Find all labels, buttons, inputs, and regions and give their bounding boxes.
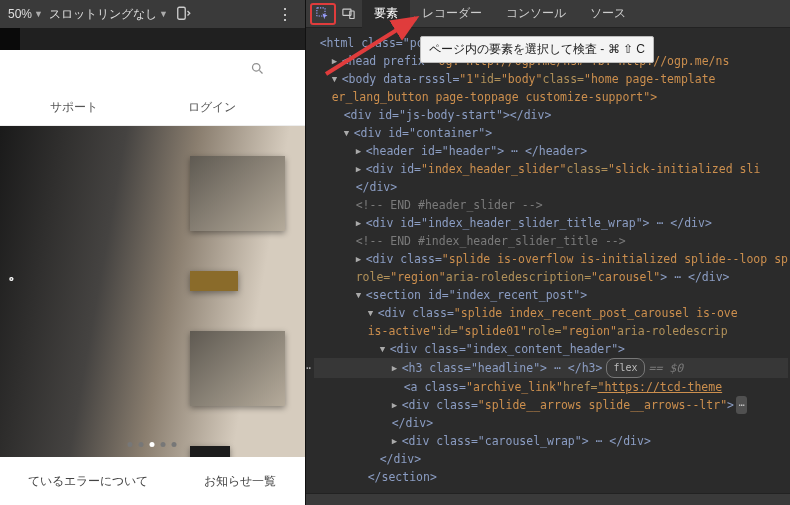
toggle-icon[interactable] xyxy=(368,304,378,322)
toggle-icon[interactable] xyxy=(332,52,342,70)
dom-line[interactable]: <div id="index_header_slider" class="sli… xyxy=(314,160,788,178)
dom-line[interactable]: <div id="js-body-start"></div> xyxy=(314,106,788,124)
dom-line[interactable]: <div class="splide index_recent_post_car… xyxy=(314,304,788,322)
dom-line[interactable]: </section> xyxy=(314,468,788,486)
throttling-dropdown[interactable]: スロットリングなし ▼ xyxy=(49,6,168,23)
toggle-icon[interactable] xyxy=(392,396,402,414)
dom-line[interactable]: <!-- END #index_header_slider_title --> xyxy=(314,232,788,250)
inspect-tooltip: ページ内の要素を選択して検査 - ⌘ ⇧ C xyxy=(420,36,654,63)
bottom-link-right[interactable]: お知らせ一覧 xyxy=(204,473,276,490)
dom-line[interactable]: <div class="splide__arrows splide__arrow… xyxy=(314,396,788,414)
devtools-tabs: 要素 レコーダー コンソール ソース xyxy=(306,0,790,28)
device-toolbar: 50% ▼ スロットリングなし ▼ ⋮ xyxy=(0,0,305,28)
toggle-icon[interactable] xyxy=(356,214,366,232)
device-frame-bar xyxy=(0,28,305,50)
preview-bottom-links: ているエラーについて お知らせ一覧 xyxy=(0,457,305,505)
dom-line[interactable]: <div id="index_header_slider_title_wrap"… xyxy=(314,214,788,232)
thumb xyxy=(190,331,285,406)
search-icon[interactable] xyxy=(250,61,265,79)
inspect-element-button[interactable] xyxy=(310,3,336,25)
dom-line[interactable]: <a class="archive_link" href="https://tc… xyxy=(314,378,788,396)
line-actions-icon[interactable]: ⋯ xyxy=(306,359,311,377)
throttling-value: スロットリングなし xyxy=(49,6,157,23)
toggle-icon[interactable] xyxy=(356,142,366,160)
hero-caption: 。 xyxy=(8,264,24,285)
svg-line-3 xyxy=(259,70,262,73)
dom-line[interactable]: <header id="header"> ⋯ </header> xyxy=(314,142,788,160)
nav-support[interactable]: サポート xyxy=(50,99,98,116)
chevron-down-icon: ▼ xyxy=(34,9,43,19)
dom-line[interactable]: <div id="container"> xyxy=(314,124,788,142)
more-menu-button[interactable]: ⋮ xyxy=(273,5,297,24)
nav-login[interactable]: ログイン xyxy=(188,99,236,116)
dom-line[interactable]: </div> xyxy=(314,450,788,468)
dom-line[interactable]: <div class="carousel_wrap"> ⋯ </div> xyxy=(314,432,788,450)
rotate-device-button[interactable] xyxy=(174,5,192,23)
dom-line[interactable]: </div> xyxy=(314,414,788,432)
dom-line[interactable]: er_lang_button page-toppage customize-su… xyxy=(314,88,788,106)
zoom-value: 50% xyxy=(8,7,32,21)
dom-line[interactable]: is-active" id="splide01" role="region" a… xyxy=(314,322,788,340)
chevron-down-icon: ▼ xyxy=(159,9,168,19)
dom-line[interactable]: role="region" aria-roledescription="caro… xyxy=(314,268,788,286)
toggle-icon[interactable] xyxy=(356,250,366,268)
tab-elements[interactable]: 要素 xyxy=(362,0,410,28)
slider-dots[interactable] xyxy=(128,442,177,447)
dom-line[interactable]: <section id="index_recent_post"> xyxy=(314,286,788,304)
bottom-link-left[interactable]: ているエラーについて xyxy=(28,473,148,490)
preview-nav: サポート ログイン xyxy=(0,90,305,126)
thumb-label xyxy=(190,271,238,291)
svg-point-2 xyxy=(252,64,260,72)
tab-console[interactable]: コンソール xyxy=(494,0,578,28)
toggle-icon[interactable] xyxy=(344,124,354,142)
thumb xyxy=(190,446,230,457)
dom-line[interactable]: <div class="index_content_header"> xyxy=(314,340,788,358)
eq0-marker: == $0 xyxy=(649,359,684,377)
dom-tree[interactable]: <html class="pc" lang="ja"> <head prefix… xyxy=(306,28,790,493)
flex-badge[interactable]: flex xyxy=(606,358,644,378)
dom-line[interactable]: <!-- END #header_slider --> xyxy=(314,196,788,214)
toggle-icon[interactable] xyxy=(392,432,402,450)
hero-slider[interactable]: 。 xyxy=(0,126,305,457)
thumb xyxy=(190,156,285,231)
toggle-icon[interactable] xyxy=(332,70,342,88)
dom-line[interactable]: <div class="splide is-overflow is-initia… xyxy=(314,250,788,268)
dom-line[interactable]: </div> xyxy=(314,178,788,196)
tab-source[interactable]: ソース xyxy=(578,0,638,28)
dom-line[interactable]: <body data-rsssl="1" id="body" class="ho… xyxy=(314,70,788,88)
breadcrumb-bar[interactable] xyxy=(306,493,790,505)
site-preview: サポート ログイン 。 ているエラーについて お知らせ一覧 xyxy=(0,50,305,505)
toggle-icon[interactable] xyxy=(356,160,366,178)
device-mode-button[interactable] xyxy=(336,3,362,25)
dom-line-selected[interactable]: ⋯ <h3 class="headline"> ⋯ </h3> flex == … xyxy=(314,358,788,378)
hero-thumbnails xyxy=(190,156,285,457)
preview-topbar xyxy=(0,50,305,90)
svg-rect-0 xyxy=(178,7,186,19)
svg-rect-6 xyxy=(350,11,354,19)
tab-recorder[interactable]: レコーダー xyxy=(410,0,494,28)
zoom-dropdown[interactable]: 50% ▼ xyxy=(8,7,43,21)
toggle-icon[interactable] xyxy=(380,340,390,358)
toggle-icon[interactable] xyxy=(356,286,366,304)
toggle-icon[interactable] xyxy=(392,359,402,377)
